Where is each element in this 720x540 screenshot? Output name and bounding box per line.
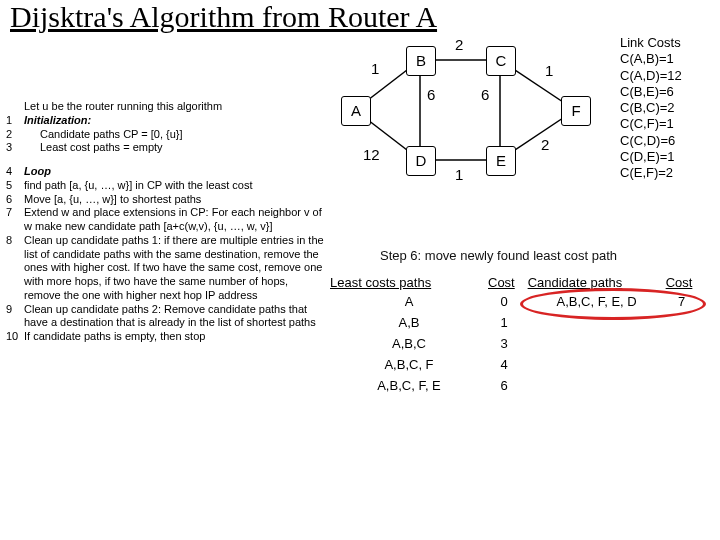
- link-cost-item: C(D,E)=1: [620, 149, 682, 165]
- algo-line-num: 4: [6, 165, 24, 179]
- path-cell: A,B: [330, 315, 488, 330]
- table-row: A,B,C, F, E, D7: [528, 294, 698, 309]
- node-a: A: [341, 96, 371, 126]
- algo-line: Extend w and place extensions in CP: For…: [24, 206, 326, 234]
- link-cost-item: C(B,E)=6: [620, 84, 682, 100]
- path-cell: A,B,C, F, E, D: [528, 294, 666, 309]
- algo-line-num: 5: [6, 179, 24, 193]
- least-head-cost: Cost: [488, 275, 520, 290]
- table-row: A,B,C, F4: [330, 357, 520, 372]
- cost-cell: 4: [488, 357, 520, 372]
- algo-line: Initialization:: [24, 114, 326, 128]
- path-cell: A: [330, 294, 488, 309]
- paths-tables: Least costs paths Cost A0 A,B1 A,B,C3 A,…: [330, 275, 710, 399]
- algo-line: Loop: [24, 165, 326, 179]
- algo-line-num: 2: [6, 128, 24, 142]
- edge-ef-label: 2: [541, 136, 549, 153]
- algorithm-listing: Let u be the router running this algorit…: [6, 100, 326, 344]
- algo-line: Move [a, {u, …, w}] to shortest paths: [24, 193, 326, 207]
- path-cell: A,B,C: [330, 336, 488, 351]
- cost-cell: 6: [488, 378, 520, 393]
- link-cost-item: C(A,B)=1: [620, 51, 682, 67]
- algo-line: Least cost paths = empty: [24, 141, 326, 155]
- node-f: F: [561, 96, 591, 126]
- table-row: A0: [330, 294, 520, 309]
- network-graph: A B C F D E 1 2 1 6 6 12 1 2: [335, 40, 595, 200]
- least-cost-table: Least costs paths Cost A0 A,B1 A,B,C3 A,…: [330, 275, 520, 399]
- least-head-path: Least costs paths: [330, 275, 488, 290]
- link-cost-item: C(A,D)=12: [620, 68, 682, 84]
- link-costs: Link Costs C(A,B)=1 C(A,D)=12 C(B,E)=6 C…: [620, 35, 682, 181]
- edge-ab-label: 1: [371, 60, 379, 77]
- edge-cf-label: 1: [545, 62, 553, 79]
- candidate-table: Candidate paths Cost A,B,C, F, E, D7: [528, 275, 698, 315]
- link-cost-item: C(C,D)=6: [620, 133, 682, 149]
- link-cost-item: C(E,F)=2: [620, 165, 682, 181]
- algo-line: find path [a, {u, …, w}] in CP with the …: [24, 179, 326, 193]
- algo-line: Clean up candidate paths 2: Remove candi…: [24, 303, 326, 331]
- algo-line: Candidate paths CP = [0, {u}]: [24, 128, 326, 142]
- node-c: C: [486, 46, 516, 76]
- node-d: D: [406, 146, 436, 176]
- link-costs-heading: Link Costs: [620, 35, 682, 51]
- algo-line-num: 1: [6, 114, 24, 128]
- table-row: A,B,C, F, E6: [330, 378, 520, 393]
- cost-cell: 3: [488, 336, 520, 351]
- cand-head-path: Candidate paths: [528, 275, 666, 290]
- link-cost-item: C(B,C)=2: [620, 100, 682, 116]
- cand-head-cost: Cost: [666, 275, 698, 290]
- path-cell: A,B,C, F: [330, 357, 488, 372]
- node-e: E: [486, 146, 516, 176]
- algo-line-num: 3: [6, 141, 24, 155]
- cost-cell: 7: [666, 294, 698, 309]
- algo-line-num: 10: [6, 330, 24, 344]
- path-cell: A,B,C, F, E: [330, 378, 488, 393]
- algo-line-num: 8: [6, 234, 24, 303]
- edge-bd-label: 6: [427, 86, 435, 103]
- cost-cell: 1: [488, 315, 520, 330]
- edge-ad-label: 12: [363, 146, 380, 163]
- algo-intro: Let u be the router running this algorit…: [24, 100, 326, 114]
- link-cost-item: C(C,F)=1: [620, 116, 682, 132]
- table-row: A,B,C3: [330, 336, 520, 351]
- edge-ce-label: 6: [481, 86, 489, 103]
- table-row: A,B1: [330, 315, 520, 330]
- cost-cell: 0: [488, 294, 520, 309]
- edge-bc-label: 2: [455, 36, 463, 53]
- page-title: Dijsktra's Algorithm from Router A: [10, 0, 437, 34]
- node-b: B: [406, 46, 436, 76]
- algo-line-num: 7: [6, 206, 24, 234]
- edge-de-label: 1: [455, 166, 463, 183]
- algo-line: If candidate paths is empty, then stop: [24, 330, 326, 344]
- algo-line-num: 6: [6, 193, 24, 207]
- step-caption: Step 6: move newly found least cost path: [380, 248, 617, 263]
- algo-line-num: 9: [6, 303, 24, 331]
- algo-line: Clean up candidate paths 1: if there are…: [24, 234, 326, 303]
